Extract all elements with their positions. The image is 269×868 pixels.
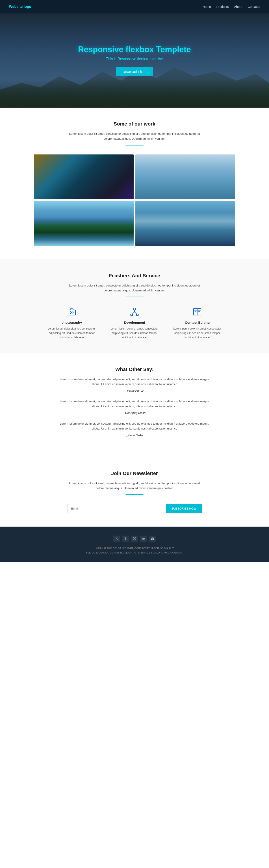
photography-desc: Lorem ipsum dolor sit amet, consectetur … [47, 327, 96, 340]
photography-title: photography [47, 320, 96, 324]
testimonial-1-text: Lorem ipsum dolor sit amet, consectetur … [56, 377, 213, 387]
social-links: 𝕏 f Ⓟ ✉ ☎ [9, 535, 260, 542]
svg-line-8 [134, 312, 138, 314]
twitter-icon[interactable]: 𝕏 [113, 535, 120, 542]
work-item-3 [34, 201, 133, 246]
instagram-icon[interactable]: Ⓟ [131, 535, 138, 542]
features-divider [125, 297, 144, 297]
testimonial-2: Lorem ipsum dolor sit amet, consectetur … [56, 399, 213, 414]
navbar: Website logo Home Products About Contact… [0, 0, 269, 13]
hero-section: Responsive flexbox Templete This is Resp… [0, 13, 269, 107]
newsletter-divider [125, 494, 144, 495]
work-item-2 [136, 154, 235, 199]
work-image-mountains [136, 201, 235, 246]
mail-icon[interactable]: ✉ [140, 535, 147, 542]
contact-editing-title: Contact Editing [173, 320, 222, 324]
hero-content: Responsive flexbox Templete This is Resp… [78, 45, 191, 76]
development-title: Development [110, 320, 159, 324]
work-title: Some of our work [9, 121, 260, 127]
hero-subtitle: This is Responsive flexbox exercise [78, 57, 191, 61]
nav-link-about[interactable]: About [234, 5, 242, 8]
nav-link-home[interactable]: Home [203, 5, 211, 8]
svg-rect-3 [133, 308, 136, 310]
photography-icon [66, 306, 77, 317]
nav-link-products[interactable]: Products [216, 5, 229, 8]
work-section: Some of our work Lorem ipsum dolor sit a… [0, 107, 269, 259]
work-image-aerial [34, 154, 133, 199]
testimonial-3-text: Lorem ipsum dolor sit amet, consectetur … [56, 421, 213, 431]
newsletter-title: Join Our Newsletter [9, 470, 260, 476]
pinterest-icon[interactable]: ☎ [149, 535, 156, 542]
testimonial-1-author: _Patric Farrell [56, 389, 213, 392]
development-desc: Lorem ipsum dolor sit amet, consectetur … [110, 327, 159, 340]
contact-editing-icon [192, 306, 203, 317]
footer-text-1: LOREM IPSUM DOLOR SIT AMET, CONSECTETUR … [79, 546, 190, 551]
testimonial-3: Lorem ipsum dolor sit amet, consectetur … [56, 421, 213, 437]
hero-title: Responsive flexbox Templete [78, 45, 191, 54]
work-description: Lorem ipsum dolor sit amet, consectetur … [67, 131, 202, 141]
testimonials-section: What Other Say: Lorem ipsum dolor sit am… [0, 353, 269, 457]
svg-line-7 [131, 312, 134, 314]
feature-development: Development Lorem ipsum dolor sit amet, … [110, 306, 159, 340]
footer: 𝕏 f Ⓟ ✉ ☎ LOREM IPSUM DOLOR SIT AMET, CO… [0, 527, 269, 562]
newsletter-section: Join Our Newsletter Lorem ipsum dolor si… [0, 457, 269, 527]
work-item-1 [34, 154, 133, 199]
footer-text-2: SED DO EIUSMOD TEMPOR INCIDIDUNT UT LABO… [79, 551, 190, 555]
testimonials-title: What Other Say: [9, 367, 260, 372]
newsletter-description: Lorem ipsum dolor sit amet, consectetur … [67, 481, 202, 491]
features-section: Feashers And Service Lorem ipsum dolor s… [0, 259, 269, 353]
email-input[interactable] [67, 504, 166, 513]
nav-link-contacts[interactable]: Contacts [248, 5, 260, 8]
work-grid [34, 154, 235, 246]
features-description: Lorem ipsum dolor sit amet, consectetur … [67, 283, 202, 293]
feature-contact-editing: Contact Editing Lorem ipsum dolor sit am… [173, 306, 222, 340]
svg-point-2 [71, 312, 72, 313]
facebook-icon[interactable]: f [122, 535, 129, 542]
testimonial-2-author: _Georgreg Smith [56, 411, 213, 414]
features-title: Feashers And Service [9, 273, 260, 279]
work-divider [125, 145, 144, 146]
svg-rect-4 [131, 314, 132, 316]
nav-links: Home Products About Contacts [203, 5, 260, 9]
newsletter-form: SUBSCRIBE NOW [67, 504, 202, 513]
testimonial-3-author: _Kevin Balke [56, 434, 213, 437]
work-item-4 [136, 201, 235, 246]
subscribe-button[interactable]: SUBSCRIBE NOW [166, 504, 202, 513]
contact-editing-desc: Lorem ipsum dolor sit amet, consectetur … [173, 327, 222, 340]
testimonial-2-text: Lorem ipsum dolor sit amet, consectetur … [56, 399, 213, 409]
hero-cta-button[interactable]: Download it here [116, 67, 153, 76]
work-image-lake [34, 201, 133, 246]
development-icon [129, 306, 140, 317]
svg-rect-5 [137, 314, 138, 316]
features-grid: photography Lorem ipsum dolor sit amet, … [34, 306, 235, 340]
feature-photography: photography Lorem ipsum dolor sit amet, … [47, 306, 96, 340]
testimonial-1: Lorem ipsum dolor sit amet, consectetur … [56, 377, 213, 392]
nav-logo: Website logo [9, 5, 31, 9]
work-image-ocean [136, 154, 235, 199]
